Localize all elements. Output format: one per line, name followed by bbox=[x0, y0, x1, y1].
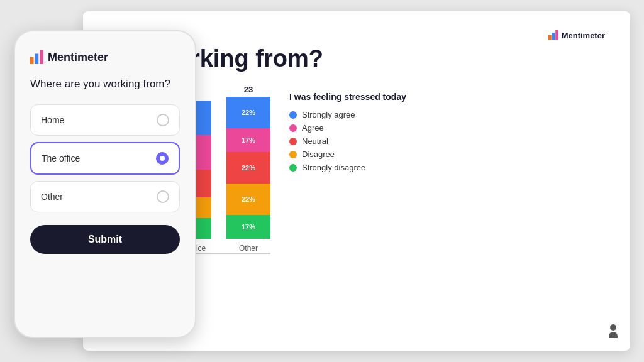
legend-label-2: Agree bbox=[302, 123, 324, 133]
legend-label-3: Neutral bbox=[302, 136, 328, 146]
option-other-label: Other bbox=[41, 192, 63, 202]
legend-item-4: Disagree bbox=[289, 150, 406, 159]
legend-dot-4 bbox=[289, 151, 297, 158]
phone-logo: Mentimeter bbox=[30, 50, 180, 64]
svg-rect-2 bbox=[555, 30, 558, 40]
svg-rect-0 bbox=[548, 35, 552, 40]
legend-label-1: Strongly agree bbox=[302, 110, 355, 119]
participant-body bbox=[609, 332, 618, 338]
legend-item-3: Neutral bbox=[289, 136, 406, 146]
option-office-label: The office bbox=[42, 153, 80, 163]
svg-rect-4 bbox=[35, 54, 39, 65]
bar-other-seg1: 22% bbox=[226, 97, 270, 128]
phone-question: Where are you working from? bbox=[30, 77, 180, 92]
bar-other-seg5: 17% bbox=[226, 215, 270, 239]
bar-other-seg3: 22% bbox=[226, 152, 270, 184]
legend-dot-1 bbox=[289, 111, 297, 119]
legend-item-1: Strongly agree bbox=[289, 110, 406, 119]
legend: I was feeling stressed today Strongly ag… bbox=[289, 91, 406, 172]
slide-logo: Mentimeter bbox=[548, 30, 605, 40]
legend-label-5: Strongly disagree bbox=[302, 163, 365, 172]
legend-title: I was feeling stressed today bbox=[289, 91, 406, 102]
option-office-radio bbox=[156, 152, 169, 165]
bar-other: 23 17% 22% 22% 17% 22% Other bbox=[226, 85, 270, 253]
svg-rect-3 bbox=[30, 57, 34, 64]
svg-rect-1 bbox=[552, 33, 555, 40]
svg-rect-5 bbox=[40, 50, 43, 64]
option-office[interactable]: The office bbox=[30, 142, 180, 175]
participant-head bbox=[610, 324, 616, 331]
legend-dot-3 bbox=[289, 138, 297, 145]
bar-other-total: 23 bbox=[244, 85, 253, 94]
legend-label-4: Disagree bbox=[302, 150, 335, 159]
legend-dot-2 bbox=[289, 124, 297, 132]
option-home-label: Home bbox=[41, 115, 64, 125]
participants-icon bbox=[609, 324, 618, 338]
phone-mockup: Mentimeter Where are you working from? H… bbox=[14, 30, 196, 338]
slide-logo-text: Mentimeter bbox=[562, 31, 605, 40]
bar-other-seg4: 22% bbox=[226, 184, 270, 215]
legend-item-2: Agree bbox=[289, 123, 406, 133]
legend-item-5: Strongly disagree bbox=[289, 163, 406, 172]
phone-logo-icon bbox=[30, 50, 44, 64]
phone-logo-text: Mentimeter bbox=[48, 51, 108, 64]
scene: Mentimeter you working from? 0 15% 15% 2… bbox=[14, 11, 630, 351]
bar-other-seg2: 17% bbox=[226, 128, 270, 152]
bar-other-label: Other bbox=[239, 244, 258, 253]
slide-logo-icon bbox=[548, 30, 558, 40]
submit-button[interactable]: Submit bbox=[30, 225, 180, 254]
option-home[interactable]: Home bbox=[30, 104, 180, 136]
legend-dot-5 bbox=[289, 164, 297, 172]
option-home-radio bbox=[157, 114, 169, 126]
option-other[interactable]: Other bbox=[30, 181, 180, 212]
bar-other-stack: 17% 22% 22% 17% 22% bbox=[226, 97, 270, 239]
option-other-radio bbox=[157, 190, 169, 203]
